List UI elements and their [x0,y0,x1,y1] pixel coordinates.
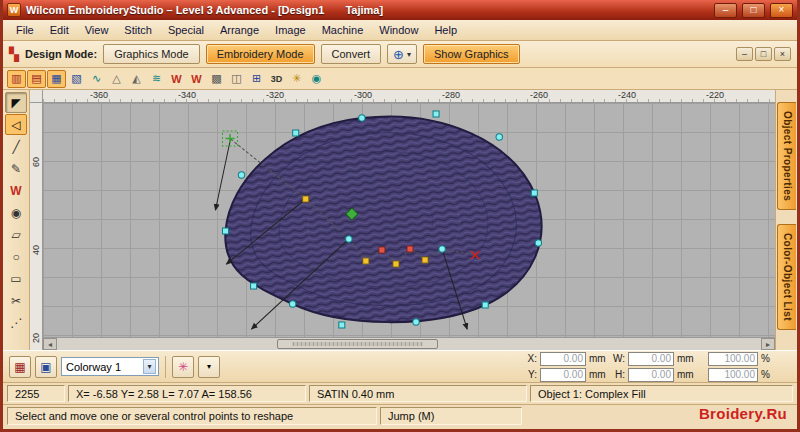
stitch-player-icon[interactable]: ◉ [307,70,326,88]
tab-label: Object Properties [782,103,793,209]
ruler-corner [30,90,42,103]
fill-motif-icon[interactable]: ▧ [67,70,86,88]
gradient-fill-icon[interactable]: ◭ [127,70,146,88]
h-label: H: [610,369,625,380]
fill-tatami-icon[interactable]: ▦ [47,70,66,88]
menu-item[interactable]: Special [160,22,212,38]
motif-fill-icon[interactable]: W [187,70,206,88]
3d-warp-icon[interactable]: 3D [267,70,286,88]
minimize-button[interactable]: – [714,3,737,18]
x-input[interactable] [540,352,586,366]
contour-stitch-icon[interactable]: ∿ [87,70,106,88]
ruler-tick: -280 [407,90,495,102]
menu-item[interactable]: Arrange [212,22,267,38]
x-label: X: [522,353,537,364]
menu-item[interactable]: Stitch [116,22,160,38]
close-button[interactable]: × [770,3,793,18]
complex-fill-object [225,116,541,322]
scroll-right-button[interactable]: ▸ [761,338,775,350]
menu-item[interactable]: Machine [314,22,372,38]
reshape-object-tool[interactable]: ◁ [5,114,27,135]
thread-colors-button[interactable]: ▣ [35,356,57,378]
hint-bar: Select and move one or several control p… [3,405,797,429]
stitch-toolbar: ▥ ▤ ▦ ▧ ∿ △ ◭ ≋ W W ▩ ◫ ⊞ 3D ✳ ◉ [3,68,797,90]
horizontal-ruler: -360-340-320-300-280-260-240-220 [43,90,775,103]
chevron-down-icon: ▾ [143,359,156,374]
ruler-tick: -220 [671,90,759,102]
embroidery-design[interactable] [43,103,775,337]
embroidery-mode-button[interactable]: Embroidery Mode [206,44,315,64]
palette-dropdown-button[interactable]: ▾ [198,356,220,378]
outline-satin-icon[interactable]: ▤ [27,70,46,88]
app-logo-icon: W [7,3,21,17]
convert-button[interactable]: Convert [321,44,382,64]
star-effect-icon[interactable]: ✳ [287,70,306,88]
penetration-tool[interactable]: ◉ [5,202,27,223]
menu-item[interactable]: Edit [42,22,77,38]
colorway-editor-button[interactable]: ▦ [9,356,31,378]
stitch-type-info: SATIN 0.40 mm [309,385,527,402]
scale-y-input[interactable] [708,368,758,382]
current-tool-status: Jump (M) [380,407,522,425]
complex-fill-tool[interactable]: ▱ [5,224,27,245]
mdi-restore-button[interactable]: □ [755,47,772,61]
show-graphics-button[interactable]: Show Graphics [423,44,520,64]
w-label: W: [610,353,625,364]
carving-stamp-icon[interactable]: ◫ [227,70,246,88]
hoop-globe-button[interactable]: ⊕ ▾ [387,44,417,64]
scroll-left-button[interactable]: ◂ [43,338,57,350]
scale-y-unit: % [761,369,779,380]
colorway-select[interactable]: Colorway 1 ▾ [61,357,159,376]
transform-fields: X: mm W: mm % Y: mm H: mm % [522,352,791,382]
y-input[interactable] [540,368,586,382]
motif-run-icon[interactable]: W [167,70,186,88]
fusion-fill-icon[interactable]: △ [107,70,126,88]
select-object-tool[interactable]: ◤ [5,92,27,113]
colorway-selected-value: Colorway 1 [66,361,121,373]
maximize-button[interactable]: □ [742,3,765,18]
ruler-tick: -260 [495,90,583,102]
color-palette-button[interactable]: ✳ [172,356,194,378]
design-mode-toolbar: ▚ Design Mode: Graphics Mode Embroidery … [3,41,797,68]
menu-item[interactable]: Image [267,22,314,38]
ruler-tick: -300 [319,90,407,102]
tool-palette: ◤ ◁ ╱ ✎ W ◉ ▱ ○ ▭ ✂ ⋰ [3,90,30,350]
design-mode-label: Design Mode: [25,48,97,60]
canvas-column: -360-340-320-300-280-260-240-220 [43,90,775,350]
rectangle-tool[interactable]: ▭ [5,268,27,289]
menu-item[interactable]: View [77,22,117,38]
pattern-stamp-icon[interactable]: ▩ [207,70,226,88]
design-canvas[interactable] [43,103,775,337]
horizontal-scrollbar[interactable]: ◂ ▸ [43,337,775,350]
app-window: W Wilcom EmbroideryStudio – Level 3 Adva… [0,0,800,432]
knife-tool[interactable]: ✂ [5,290,27,311]
florentine-effect-icon[interactable]: ≋ [147,70,166,88]
colorway-toolbar: ▦ ▣ Colorway 1 ▾ ✳ ▾ X: mm W: mm % Y: mm [3,350,797,383]
ruler-tick: -360 [55,90,143,102]
y-label: Y: [522,369,537,380]
mdi-close-button[interactable]: × [774,47,791,61]
tab-object-properties[interactable]: Object Properties [777,102,796,210]
mdi-minimize-button[interactable]: – [736,47,753,61]
tab-label: Color-Object List [782,225,793,329]
grid-toggle-icon[interactable]: ⊞ [247,70,266,88]
menu-item[interactable]: Window [371,22,426,38]
scrollbar-thumb[interactable] [277,339,438,349]
tab-color-object-list[interactable]: Color-Object List [777,224,796,330]
globe-icon: ⊕ [393,47,404,62]
height-input[interactable] [628,368,674,382]
chevron-down-icon: ▾ [407,50,411,59]
menu-item[interactable]: Help [426,22,465,38]
scale-x-input[interactable] [708,352,758,366]
stitch-edit-tool[interactable]: ⋰ [5,312,27,333]
w-unit: mm [677,353,695,364]
window-title: Wilcom EmbroideryStudio – Level 3 Advanc… [26,4,324,16]
width-input[interactable] [628,352,674,366]
prompt-text: Select and move one or several control p… [7,407,377,425]
lettering-tool[interactable]: W [5,180,27,201]
graphics-mode-button[interactable]: Graphics Mode [103,44,200,64]
outline-run-icon[interactable]: ▥ [7,70,26,88]
measure-tool[interactable]: ╱ [5,136,27,157]
menu-item[interactable]: File [8,22,42,38]
docked-panel-tabs: Object Properties Color-Object List [775,90,797,350]
